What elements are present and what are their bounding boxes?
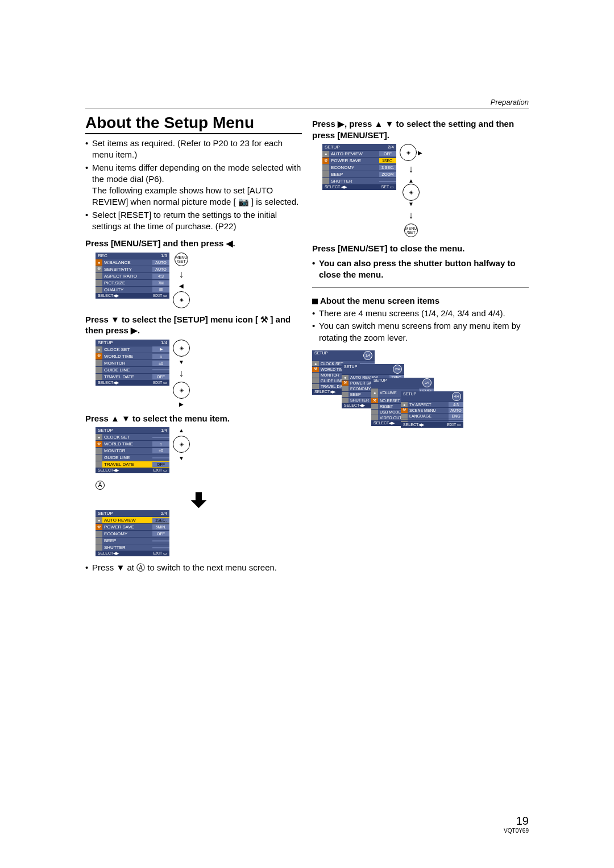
step-1: Press [MENU/SET] and then press ◀. [85, 238, 302, 249]
arrow-down-icon: ↓ [409, 163, 414, 175]
step3-figure-top: SETUP1/4 ●CLOCK SET ⚒WORLD TIME⌂ MONITOR… [96, 427, 302, 473]
menuset-button-icon: MENU /SET [175, 253, 188, 266]
step-4: Press ▶, press ▲ ▼ to select the setting… [312, 118, 529, 140]
step3-note: Press ▼ at Ⓐ to switch to the next menu … [85, 562, 302, 573]
step-3: Press ▲ ▼ to select the menu item. [85, 413, 302, 424]
doc-code: VQT0Y69 [504, 828, 529, 834]
dpad-icon: ◈ [173, 291, 190, 308]
setup-menu-2: SETUP2/4 ●AUTO REVIEW1SEC. ⚒POWER SAVE5M… [96, 510, 169, 556]
dpad-icon: ◈ [173, 436, 190, 453]
rec-menu: REC1/3 ●W.BALANCEAUTO ⚒SENSITIVITYAUTO A… [96, 253, 169, 299]
step2-figure: SETUP1/4 ●CLOCK SET▶ ⚒WORLD TIME⌂ MONITO… [96, 340, 302, 407]
nav-indicator: ◈▶ ↓ ▲◈▼ ↓ MENU /SET [400, 144, 422, 237]
nav-indicator: MENU /SET ↓ ◀ ◈ [173, 253, 190, 308]
intro-bullets: Set items as required. (Refer to P20 to … [85, 138, 302, 232]
arrow-down-icon: ↓ [409, 209, 414, 221]
marker-a: A [96, 481, 105, 490]
page: Preparation About the Setup Menu Set ite… [0, 0, 614, 868]
step5-bullets: You can also press the shutter button ha… [312, 258, 529, 281]
divider [312, 287, 529, 288]
dpad-icon: ◈ [403, 184, 420, 201]
page-title: About the Setup Menu [85, 114, 302, 134]
setup-menu-1-hl: SETUP1/4 ●CLOCK SET ⚒WORLD TIME⌂ MONITOR… [96, 427, 169, 473]
step4-figure: SETUP2/4 ●AUTO REVIEWOFF ⚒POWER SAVE1SEC… [322, 144, 529, 237]
nav-indicator: ◈ ▼ ↓ ◈ ▶ [173, 340, 190, 407]
intro-bullet: Select [RESET] to return the settings to… [85, 209, 302, 233]
step3-figure-bottom: SETUP2/4 ●AUTO REVIEW1SEC. ⚒POWER SAVE5M… [96, 510, 302, 556]
step-5: Press [MENU/SET] to close the menu. [312, 243, 529, 254]
section-header: Preparation [85, 98, 529, 106]
right-column: Press ▶, press ▲ ▼ to select the setting… [312, 114, 529, 579]
two-column-layout: About the Setup Menu Set items as requir… [85, 114, 529, 579]
intro-bullet: Set items as required. (Refer to P20 to … [85, 138, 302, 161]
arrow-down-icon: ↓ [179, 367, 184, 379]
page-number: 19 [504, 815, 529, 828]
big-arrow-down-icon [191, 492, 207, 508]
step-2: Press ▼ to select the [SETUP] menu icon … [85, 314, 302, 336]
cascade-figure: SETUP1/4 ●CLOCK SET ⚒WORLD TIME MONITOR … [312, 350, 471, 447]
cascade-menu-4: SETUP4/4 ●TV ASPECT4:3 ⚒SCENE MENUAUTO L… [401, 391, 463, 428]
dpad-icon: ◈ [400, 144, 417, 161]
about-bullets: There are 4 menu screens (1/4, 2/4, 3/4 … [312, 308, 529, 344]
left-column: About the Setup Menu Set items as requir… [85, 114, 302, 579]
page-footer: 19 VQT0Y69 [504, 815, 529, 834]
nav-indicator: ▲ ◈ ▼ [173, 427, 190, 461]
square-bullet-icon [312, 299, 318, 304]
intro-bullet: Menu items differ depending on the mode … [85, 162, 302, 208]
dpad-icon: ◈ [173, 382, 190, 399]
about-heading: About the menu screen items [312, 296, 529, 305]
arrow-down-icon: ↓ [179, 268, 184, 280]
dpad-icon: ◈ [173, 340, 190, 357]
setup-menu-1: SETUP1/4 ●CLOCK SET▶ ⚒WORLD TIME⌂ MONITO… [96, 340, 169, 386]
step1-figure: REC1/3 ●W.BALANCEAUTO ⚒SENSITIVITYAUTO A… [96, 253, 302, 308]
setup-menu-2-right: SETUP2/4 ●AUTO REVIEWOFF ⚒POWER SAVE1SEC… [322, 144, 396, 190]
header-rule [85, 109, 529, 109]
menuset-button-icon: MENU /SET [404, 224, 418, 237]
